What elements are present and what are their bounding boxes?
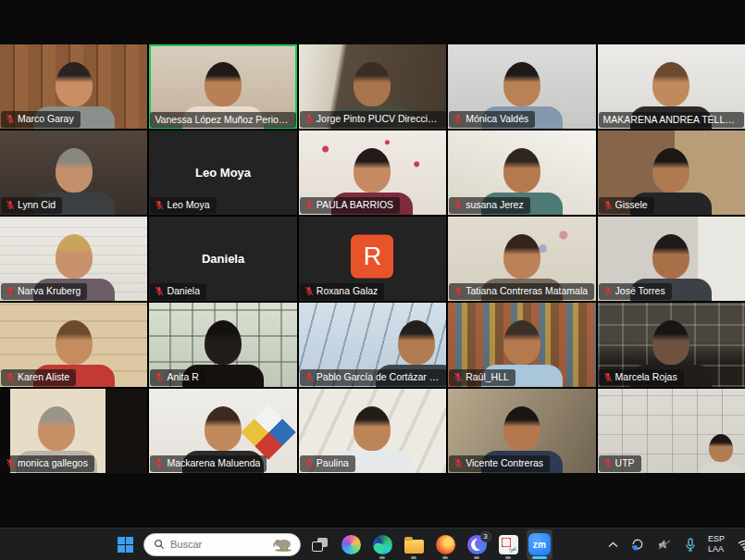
participant-tile-11[interactable]: Narva Kruberg bbox=[0, 217, 147, 301]
participant-tile-3[interactable]: Jorge Pinto PUCV Dirección d... bbox=[299, 44, 446, 129]
crescent-app-icon: 3 bbox=[467, 535, 487, 554]
person-head bbox=[503, 320, 540, 365]
participant-name: UTP bbox=[615, 458, 635, 468]
person-head bbox=[354, 148, 391, 193]
participant-tile-23[interactable]: Paulina bbox=[299, 389, 446, 473]
muted-mic-icon bbox=[603, 200, 613, 210]
video-grid: Marco Garay Vanessa López Muñoz Periodis… bbox=[0, 44, 745, 473]
participant-tile-22[interactable]: Mackarena Maluenda bbox=[149, 389, 296, 473]
participant-name-label: monica gallegos bbox=[1, 455, 94, 472]
participant-name-label: Tatiana Contreras Matamala bbox=[449, 283, 594, 300]
participant-tile-2[interactable]: Vanessa López Muñoz Periodista... bbox=[149, 44, 296, 129]
participant-name: Raúl_HLL bbox=[466, 372, 509, 382]
network-button[interactable] bbox=[737, 539, 745, 551]
muted-mic-icon bbox=[155, 372, 164, 382]
person-head bbox=[354, 62, 391, 106]
person-head bbox=[205, 406, 242, 451]
participant-tile-13[interactable]: R Roxana Galaz bbox=[299, 217, 446, 301]
person-head bbox=[38, 406, 75, 451]
participant-name-label: UTP bbox=[599, 455, 641, 472]
participant-tile-25[interactable]: UTP bbox=[598, 389, 745, 473]
participant-name: Lynn Cid bbox=[18, 200, 56, 210]
notification-app-button[interactable]: 3 bbox=[464, 529, 490, 560]
tray-expand-button[interactable] bbox=[608, 541, 618, 548]
participant-name: Roxana Galaz bbox=[317, 286, 379, 296]
muted-mic-icon bbox=[304, 458, 314, 468]
participant-tile-4[interactable]: Mónica Valdés bbox=[448, 44, 595, 129]
muted-mic-icon bbox=[155, 286, 164, 296]
participant-name: Pablo García de Cortázar Hei... bbox=[317, 372, 440, 382]
muted-mic-icon bbox=[6, 286, 15, 296]
participant-tile-24[interactable]: Vicente Contreras bbox=[448, 389, 595, 473]
participant-tile-9[interactable]: susana Jerez bbox=[448, 131, 595, 215]
person-head bbox=[56, 62, 93, 106]
participant-tile-8[interactable]: PAULA BARRIOS bbox=[299, 131, 446, 215]
participant-tile-7[interactable]: Leo Moya Leo Moya bbox=[149, 131, 296, 215]
participant-tile-14[interactable]: Tatiana Contreras Matamala bbox=[448, 217, 595, 301]
speaker-muted-icon bbox=[657, 538, 673, 551]
participant-name: Marcela Rojas bbox=[615, 372, 677, 382]
participant-tile-12[interactable]: Daniela Daniela bbox=[149, 217, 296, 301]
person-head bbox=[503, 148, 540, 193]
language-indicator[interactable]: ESP LAA bbox=[708, 534, 725, 554]
person-head bbox=[56, 148, 93, 193]
zoom-app-icon: zm bbox=[528, 533, 551, 555]
participant-tile-19[interactable]: Raúl_HLL bbox=[448, 303, 595, 387]
participant-name: Paulina bbox=[317, 458, 349, 468]
participant-tile-21[interactable]: monica gallegos bbox=[0, 389, 147, 473]
volume-button[interactable] bbox=[657, 538, 673, 551]
task-view-button[interactable] bbox=[306, 529, 332, 560]
person-head bbox=[205, 320, 242, 365]
participant-tile-16[interactable]: Karen Aliste bbox=[0, 303, 147, 387]
copilot-button[interactable] bbox=[338, 529, 364, 560]
system-tray: ESP LAA bbox=[608, 529, 745, 560]
snipping-tool-button[interactable]: ✂ bbox=[495, 529, 521, 560]
search-input[interactable] bbox=[170, 539, 267, 550]
top-black-bar bbox=[0, 0, 745, 44]
participant-name: MAKARENA ANDREA TÉLLEZ GA... bbox=[603, 115, 739, 125]
bottom-black-bar bbox=[0, 473, 745, 528]
participant-video bbox=[697, 434, 745, 473]
participant-tile-5[interactable]: MAKARENA ANDREA TÉLLEZ GA... bbox=[598, 44, 745, 129]
edge-button[interactable] bbox=[369, 529, 395, 560]
participant-name-label: Marcela Rojas bbox=[599, 369, 684, 386]
notification-badge: 3 bbox=[480, 531, 491, 542]
participant-tile-18[interactable]: Pablo García de Cortázar Hei... bbox=[299, 303, 446, 387]
participant-tile-20[interactable]: Marcela Rojas bbox=[598, 303, 745, 387]
person-head bbox=[56, 234, 93, 279]
participant-tile-15[interactable]: José Torres bbox=[598, 217, 745, 301]
edge-icon bbox=[373, 535, 392, 554]
zoom-app-button[interactable]: zm bbox=[527, 529, 553, 560]
muted-mic-icon bbox=[6, 114, 15, 124]
participant-tile-6[interactable]: Lynn Cid bbox=[0, 131, 147, 215]
participant-name-label: Vanessa López Muñoz Periodista... bbox=[150, 112, 296, 129]
muted-mic-icon bbox=[304, 286, 314, 296]
person-head bbox=[652, 62, 689, 106]
wifi-icon bbox=[737, 539, 745, 551]
participant-tile-17[interactable]: Anita R bbox=[149, 303, 296, 387]
participant-tile-10[interactable]: Gissele bbox=[598, 131, 745, 215]
participant-name: José Torres bbox=[615, 286, 665, 296]
zoom-meeting-window: Marco Garay Vanessa López Muñoz Periodis… bbox=[0, 0, 745, 560]
start-button[interactable] bbox=[112, 529, 138, 560]
person-head bbox=[709, 434, 733, 462]
participant-name-label: Marco Garay bbox=[1, 111, 81, 128]
language-line1: ESP bbox=[708, 534, 725, 544]
copilot-icon bbox=[341, 535, 361, 554]
participant-name-label: Lynn Cid bbox=[1, 197, 62, 214]
firefox-button[interactable] bbox=[432, 529, 458, 560]
muted-mic-icon bbox=[304, 114, 314, 124]
microphone-button[interactable] bbox=[685, 538, 696, 552]
participant-tile-1[interactable]: Marco Garay bbox=[0, 44, 147, 129]
language-line2: LAA bbox=[708, 544, 725, 554]
sync-status-button[interactable] bbox=[630, 537, 645, 552]
participant-name: Mónica Valdés bbox=[466, 114, 528, 124]
elephant-icon[interactable] bbox=[272, 537, 294, 552]
windows-taskbar: 3 ✂ zm bbox=[0, 528, 745, 560]
person-head bbox=[503, 62, 540, 106]
muted-mic-icon bbox=[155, 458, 164, 468]
search-box[interactable] bbox=[143, 533, 301, 556]
person-head bbox=[652, 234, 689, 279]
participant-name: Daniela bbox=[167, 286, 200, 296]
file-explorer-button[interactable] bbox=[401, 529, 427, 560]
